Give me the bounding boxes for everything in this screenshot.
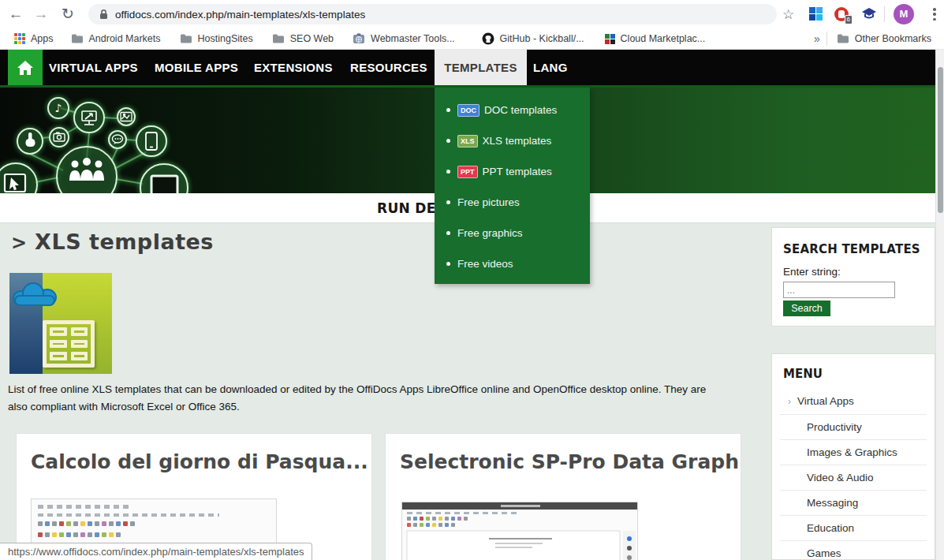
scrollbar-thumb[interactable] [938,67,943,213]
bookmark-seo-web[interactable]: SEO Web [269,30,337,47]
tile [610,34,615,39]
other-bookmarks[interactable]: Other Bookmarks [834,30,935,47]
menu-item-label: Productivity [807,421,862,433]
grid-dot [22,41,25,44]
dropdown-item-free-graphics[interactable]: Free graphics [435,218,590,248]
dropdown-item-label: Free graphics [457,227,523,239]
menu-item-productivity[interactable]: Productivity [780,414,927,439]
bookmark-label: SEO Web [290,33,334,44]
site-navbar: VIRTUAL APPS MOBILE APPS EXTENSIONS RESO… [0,50,944,88]
menu-item-education[interactable]: Education [780,515,927,540]
profile-avatar[interactable]: M [894,4,914,24]
bookmark-label: Webmaster Tools... [371,33,455,44]
thumbnail-chart [402,529,637,560]
nav-mobile-apps[interactable]: MOBILE APPS [155,50,238,85]
dropdown-item-label: Free pictures [457,196,520,208]
github-icon [482,32,494,45]
tile [605,39,610,44]
menu-item-video-audio[interactable]: Video & Audio [780,465,927,490]
ppt-badge: PPT [457,166,478,178]
apps-grid-icon [14,33,25,44]
menu-item-games[interactable]: Games [780,540,927,560]
bookmark-github[interactable]: GitHub - Kickball/... [479,30,588,47]
nav-lang[interactable]: LANG [533,50,568,85]
bullet-icon [446,139,450,143]
toolbar-divider [884,6,885,22]
bookmark-label: Other Bookmarks [855,33,931,44]
extension-windows-icon[interactable] [809,7,823,21]
bookmark-label: GitHub - Kickball/... [500,33,584,44]
page-description: List of free online XLS templates that c… [8,381,722,416]
dropdown-item-free-pictures[interactable]: Free pictures [435,187,590,218]
template-card-selectronic[interactable]: Selectronic SP-Pro Data Graph [385,433,741,560]
extension-blocker-icon[interactable]: 6 [834,7,849,21]
bookmark-apps[interactable]: Apps [11,30,57,47]
nav-templates-active[interactable]: TEMPLATES [435,50,527,85]
sidebar-menu-panel: MENU ›Virtual Apps Productivity Images &… [771,353,935,560]
dropdown-item-xls-templates[interactable]: XLS XLS templates [435,125,590,156]
dot [933,18,936,21]
browser-toolbar: ← → ↻ offidocs.com/index.php/main-templa… [0,0,944,28]
page-scrollbar[interactable] [935,50,944,560]
grid-dot [18,37,21,40]
folder-icon [837,33,849,44]
dropdown-item-label: XLS templates [483,135,552,147]
nav-extensions[interactable]: EXTENSIONS [254,50,333,85]
extension-tile [816,7,823,13]
tile [605,34,610,39]
bookmark-webmaster-tools[interactable]: Webmaster Tools... [349,30,458,47]
search-input[interactable] [783,282,895,298]
grid-dot [14,37,17,40]
search-panel-title: SEARCH TEMPLATES [783,242,923,256]
search-button[interactable]: Search [783,301,830,316]
menu-item-label: Images & Graphics [807,446,897,458]
bullet-icon [446,262,450,266]
grid-dot [18,41,21,44]
grid-dot [22,33,25,36]
hand-glyph [838,10,845,18]
bullet-icon [446,108,450,112]
tablet-cursor-icon [5,174,25,192]
browser-menu-icon[interactable] [929,7,940,21]
bookmarks-divider [826,32,827,46]
music-note-icon: ♪ [55,102,62,114]
dropdown-item-free-videos[interactable]: Free videos [435,248,590,279]
reload-icon[interactable]: ↻ [58,0,77,28]
home-button[interactable] [8,50,43,85]
dropdown-item-doc-templates[interactable]: DOC DOC templates [435,95,590,125]
bookmark-cloud-marketplace[interactable]: Cloud Marketplac... [602,30,709,47]
extension-scholar-icon[interactable] [861,7,875,21]
thumbnail-titlebar [402,502,637,510]
search-templates-panel: SEARCH TEMPLATES Enter string: Search [771,227,935,327]
card-title[interactable]: Selectronic SP-Pro Data Graph [400,450,741,473]
menu-item-label: Virtual Apps [797,395,854,407]
template-card-pasqua[interactable]: Calcolo del giorno di Pasqua... [16,433,372,560]
menu-item-images-graphics[interactable]: Images & Graphics [780,439,927,465]
chevron-icon: › [788,396,791,407]
menu-item-messaging[interactable]: Messaging [780,490,927,515]
extension-tile [816,14,823,21]
bookmark-hostingsites[interactable]: HostingSites [177,30,256,47]
forward-icon[interactable]: → [32,0,50,28]
nav-resources[interactable]: RESOURCES [350,50,427,85]
webmaster-tools-icon [353,33,365,44]
bookmark-android-markets[interactable]: Android Markets [68,30,164,47]
dropdown-item-ppt-templates[interactable]: PPT PPT templates [435,156,590,187]
bookmark-star-icon[interactable]: ☆ [782,6,794,23]
url-text: offidocs.com/index.php/main-templates/xl… [115,9,365,21]
card-title[interactable]: Calcolo del giorno di Pasqua... [31,450,371,473]
back-icon[interactable]: ← [6,0,25,28]
menu-item-virtual-apps[interactable]: ›Virtual Apps [780,389,927,414]
grid-dot [14,41,17,44]
chevron-right-icon: > [11,232,27,254]
nav-virtual-apps[interactable]: VIRTUAL APPS [49,50,138,85]
template-thumbnail [401,502,638,560]
address-bar[interactable]: offidocs.com/index.php/main-templates/xl… [88,4,777,24]
folder-icon [272,33,285,44]
menu-item-label: Games [807,547,841,559]
bookmarks-overflow-chevron[interactable]: » [808,32,826,45]
bookmark-label: Cloud Marketplac... [621,33,706,44]
dropdown-item-label: PPT templates [483,166,552,177]
grid-dot [22,37,25,40]
extension-tile [809,7,815,13]
